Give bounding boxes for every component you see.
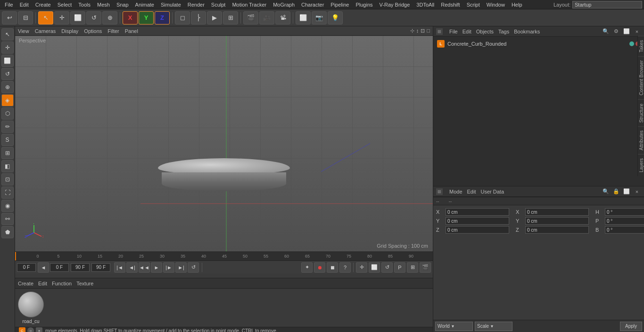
menu-window[interactable]: Window	[484, 1, 508, 8]
cube-button[interactable]: ⬜	[296, 11, 311, 24]
tl-pin-btn[interactable]: P	[394, 262, 405, 273]
sidebar-btn5[interactable]: ⊕	[1, 81, 14, 93]
obj-close-icon[interactable]: ×	[633, 27, 641, 36]
coord-h-input[interactable]	[605, 208, 644, 216]
vp-icon4[interactable]: □	[427, 28, 430, 34]
sidebar-magnet-btn[interactable]: S	[1, 134, 14, 146]
menu-snap[interactable]: Snap	[114, 1, 132, 8]
obj-bookmarks[interactable]: Bookmarks	[514, 29, 540, 34]
scale-button[interactable]: ⬜	[70, 11, 85, 24]
camera-button[interactable]: 📷	[312, 11, 327, 24]
vp-icon2[interactable]: ↕	[416, 28, 419, 34]
attr-search-icon[interactable]: 🔍	[602, 187, 610, 196]
menu-mesh[interactable]: Mesh	[94, 1, 113, 8]
tab-layers[interactable]: Layers	[638, 154, 644, 176]
attr-lock-icon[interactable]: 🔒	[612, 187, 620, 196]
tl-film-btn[interactable]: 🎬	[420, 262, 431, 273]
sidebar-paint-btn[interactable]: ✏	[1, 121, 14, 133]
obj-file[interactable]: File	[449, 29, 458, 34]
tl-step-back-btn[interactable]: ◄|	[126, 262, 138, 273]
menu-mograph[interactable]: MoGraph	[270, 1, 297, 8]
select-mode-button[interactable]: ↖	[38, 11, 53, 24]
sidebar-scale-btn[interactable]: ⬜	[1, 55, 14, 67]
viewport[interactable]: View Cameras Display Options Filter Pane…	[15, 26, 433, 251]
sidebar-rotate-btn[interactable]: ↺	[1, 68, 14, 80]
menu-simulate[interactable]: Simulate	[158, 1, 184, 8]
coord-xr-input[interactable]	[525, 208, 589, 216]
obj-item-concrete[interactable]: L Concrete_Curb_Rounded	[435, 39, 642, 49]
sidebar-btn14[interactable]: ◉	[1, 200, 14, 212]
tab-structure[interactable]: Structure	[638, 99, 644, 127]
obj-edit[interactable]: Edit	[462, 29, 471, 34]
tl-grid-btn[interactable]: ⊞	[407, 262, 418, 273]
sidebar-grid-btn[interactable]: ⊞	[1, 147, 14, 159]
light-button[interactable]: 💡	[328, 11, 343, 24]
attr-close-icon[interactable]: ×	[633, 187, 641, 196]
point-mode-button[interactable]: ◻	[175, 11, 190, 24]
sidebar-btn15[interactable]: ⚯	[1, 213, 14, 225]
apply-button[interactable]: Apply	[620, 322, 642, 331]
sidebar-move-btn[interactable]: ↖	[1, 28, 14, 40]
scale-dropdown[interactable]: Scale ▾	[475, 322, 512, 331]
menu-redshift[interactable]: Redshift	[438, 1, 462, 8]
menu-help[interactable]: Help	[509, 1, 525, 8]
end-frame-input[interactable]	[71, 263, 90, 272]
menu-file[interactable]: File	[2, 1, 16, 8]
menu-pipeline[interactable]: Pipeline	[328, 1, 352, 8]
menu-motion-tracker[interactable]: Motion Tracker	[229, 1, 269, 8]
transform-button[interactable]: ⊕	[102, 11, 117, 24]
attr-userdata[interactable]: User Data	[481, 189, 504, 194]
sidebar-btn12[interactable]: ⊡	[1, 173, 14, 186]
obj-dot-green[interactable]	[629, 41, 634, 46]
history-button[interactable]: ⊟	[18, 11, 33, 24]
tl-scale-tool[interactable]: ⬜	[369, 262, 380, 273]
vp-panel[interactable]: Panel	[125, 28, 138, 34]
attr-edit[interactable]: Edit	[467, 189, 476, 194]
material-swatch[interactable]	[18, 292, 44, 317]
sidebar-btn16[interactable]: ⬟	[1, 226, 14, 238]
tl-loop-btn[interactable]: ↺	[188, 262, 199, 273]
poly-mode-button[interactable]: ▶	[207, 11, 222, 24]
menu-vray[interactable]: V-Ray Bridge	[377, 1, 413, 8]
tl-rotate-tool[interactable]: ↺	[381, 262, 393, 273]
obj-expand-icon[interactable]: ⬜	[622, 27, 631, 36]
tl-go-start-btn[interactable]: |◄	[114, 262, 125, 273]
render-view-button[interactable]: 🎬	[243, 11, 258, 24]
tab-takes[interactable]: Takes	[638, 36, 644, 56]
sidebar-polygon-btn[interactable]: ⬡	[1, 107, 14, 120]
tab-attributes[interactable]: Attributes	[638, 126, 644, 154]
tl-help-btn[interactable]: ?	[339, 262, 351, 273]
mat-function[interactable]: Function	[52, 281, 72, 286]
menu-select[interactable]: Select	[55, 1, 75, 8]
tl-arrow-btn[interactable]: ◄	[38, 262, 49, 273]
world-dropdown[interactable]: World ▾	[435, 322, 473, 331]
render-pic-button[interactable]: 🎥	[259, 11, 274, 24]
render-anim-button[interactable]: 📽	[275, 11, 290, 24]
tl-play-back-btn[interactable]: ◄◄	[139, 262, 150, 273]
rotate-button[interactable]: ↺	[86, 11, 101, 24]
mat-texture[interactable]: Texture	[76, 281, 93, 286]
coord-b-input[interactable]	[605, 226, 644, 234]
obj-tags[interactable]: Tags	[498, 29, 509, 34]
menu-character[interactable]: Character	[298, 1, 327, 8]
coord-zr-input[interactable]	[525, 226, 589, 234]
tl-record-btn[interactable]: ⏺	[314, 262, 325, 273]
vp-display[interactable]: Display	[61, 28, 78, 34]
menu-tools[interactable]: Tools	[75, 1, 93, 8]
coord-y-input[interactable]	[446, 217, 509, 225]
vp-icon1[interactable]: ⊹	[410, 28, 414, 34]
current-frame-input[interactable]	[17, 263, 36, 272]
tl-step-fwd-btn[interactable]: |►	[163, 262, 174, 273]
mat-create[interactable]: Create	[18, 281, 33, 286]
max-frame-input[interactable]	[91, 263, 110, 272]
menu-plugins[interactable]: Plugins	[353, 1, 375, 8]
vp-view[interactable]: View	[18, 28, 29, 34]
coord-z-input[interactable]	[446, 226, 509, 234]
attr-mode[interactable]: Mode	[449, 189, 462, 194]
tl-keyframe-btn[interactable]: ✦	[301, 262, 313, 273]
attr-expand-icon[interactable]: ⬜	[622, 187, 631, 196]
tab-content-browser[interactable]: Content Browser	[638, 56, 644, 99]
vp-filter[interactable]: Filter	[107, 28, 119, 34]
model-mode-button[interactable]: ⊞	[223, 11, 238, 24]
viewport-canvas[interactable]: Perspective Grid Spacing : 100 cm X Y	[15, 36, 433, 251]
